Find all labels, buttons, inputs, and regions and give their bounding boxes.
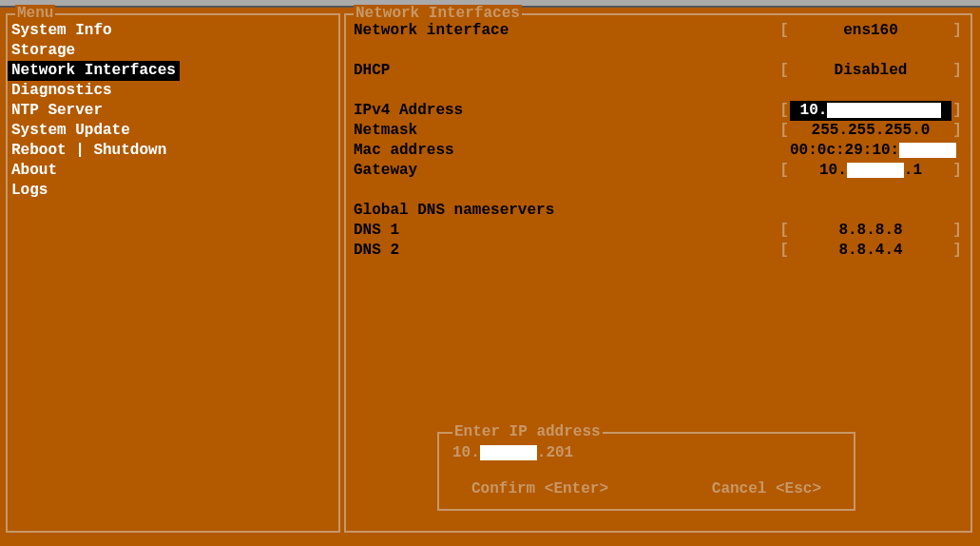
dns1-value[interactable]: 8.8.8.8 <box>790 221 951 241</box>
mac-prefix: 00:0c:29:10: <box>790 142 899 159</box>
menu-item-system-update[interactable]: System Update <box>8 121 338 141</box>
menu-item-network-interfaces[interactable]: Network Interfaces <box>8 61 180 81</box>
bracket-open: [ <box>778 101 790 121</box>
menu-panel: Menu System Info Storage Network Interfa… <box>6 13 340 533</box>
netmask-label: Netmask <box>354 121 778 141</box>
bracket-close: ] <box>951 161 963 181</box>
menu-item-reboot-shutdown[interactable]: Reboot | Shutdown <box>8 141 338 161</box>
mac-label: Mac address <box>354 141 778 161</box>
dialog-input[interactable]: 10..201 <box>452 443 840 463</box>
dialog-input-prefix: 10. <box>452 444 480 461</box>
dhcp-label: DHCP <box>354 61 778 81</box>
bracket-close: ] <box>951 241 963 261</box>
dns2-label: DNS 2 <box>354 241 778 261</box>
netmask-value[interactable]: 255.255.255.0 <box>790 121 951 141</box>
bracket-open: [ <box>778 161 790 181</box>
menu-panel-title: Menu <box>15 5 55 22</box>
ipv4-value[interactable]: 10. <box>790 101 951 121</box>
row-dhcp: DHCP [ Disabled ] <box>354 61 963 81</box>
bracket-close: ] <box>951 221 963 241</box>
bracket-open: [ <box>778 121 790 141</box>
ipv4-prefix: 10. <box>800 102 828 119</box>
dns1-label: DNS 1 <box>354 221 778 241</box>
ip-entry-dialog: Enter IP address 10..201 Confirm <Enter>… <box>437 432 855 511</box>
dialog-input-suffix: .201 <box>537 444 573 461</box>
row-dns2: DNS 2 [ 8.8.4.4 ] <box>354 241 963 261</box>
row-ipv4: IPv4 Address [ 10. ] <box>354 101 963 121</box>
bracket-open: [ <box>778 61 790 81</box>
dhcp-value[interactable]: Disabled <box>790 61 951 81</box>
dialog-title: Enter IP address <box>452 423 603 440</box>
confirm-button[interactable]: Confirm <Enter> <box>471 480 608 497</box>
interface-value[interactable]: ens160 <box>790 21 951 41</box>
row-dns1: DNS 1 [ 8.8.8.8 ] <box>354 221 963 241</box>
bracket-open: [ <box>778 21 790 41</box>
interface-label: Network interface <box>354 21 778 41</box>
content-panel-title: Network Interfaces <box>354 5 522 22</box>
menu-list: System Info Storage Network Interfaces D… <box>8 15 338 201</box>
dns2-value[interactable]: 8.8.4.4 <box>790 241 951 261</box>
bracket-close: ] <box>951 61 963 81</box>
cancel-button[interactable]: Cancel <Esc> <box>712 480 821 497</box>
redacted-gateway-segment <box>847 163 904 178</box>
dns-section-header: Global DNS nameservers <box>354 201 963 221</box>
bracket-close: ] <box>951 21 963 41</box>
menu-item-logs[interactable]: Logs <box>8 181 338 201</box>
bracket-close: ] <box>951 101 963 121</box>
redacted-ip-segment <box>827 103 941 118</box>
menu-item-system-info[interactable]: System Info <box>8 21 338 41</box>
menu-item-about[interactable]: About <box>8 161 338 181</box>
bracket-close: ] <box>951 121 963 141</box>
row-mac: Mac address [ 00:0c:29:10: ] <box>354 141 963 161</box>
row-gateway: Gateway [ 10..1 ] <box>354 161 963 181</box>
row-interface: Network interface [ ens160 ] <box>354 21 963 41</box>
menu-item-storage[interactable]: Storage <box>8 41 338 61</box>
row-netmask: Netmask [ 255.255.255.0 ] <box>354 121 963 141</box>
redacted-mac-segment <box>899 143 956 158</box>
gateway-value[interactable]: 10..1 <box>790 161 951 181</box>
redacted-dialog-segment <box>480 445 537 460</box>
mac-value: 00:0c:29:10: <box>790 141 951 161</box>
ipv4-label: IPv4 Address <box>354 101 778 121</box>
gateway-suffix: .1 <box>904 162 922 179</box>
gateway-prefix: 10. <box>819 162 847 179</box>
bracket-open: [ <box>778 221 790 241</box>
gateway-label: Gateway <box>354 161 778 181</box>
menu-item-diagnostics[interactable]: Diagnostics <box>8 81 338 101</box>
bracket-open: [ <box>778 241 790 261</box>
menu-item-ntp-server[interactable]: NTP Server <box>8 101 338 121</box>
